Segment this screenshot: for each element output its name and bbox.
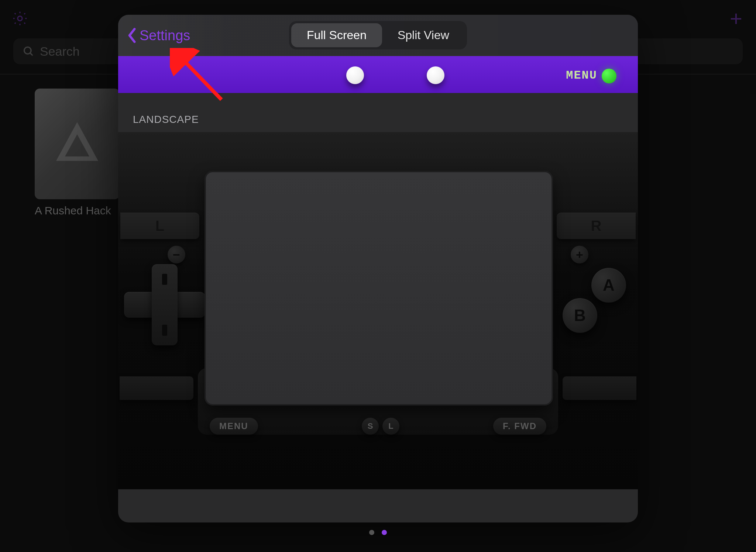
minus-button: − [168,246,185,263]
a-button: A [591,268,626,303]
settings-modal: Settings Full Screen Split View MENU LAN… [118,15,638,522]
analog-stick-left[interactable] [346,66,364,84]
view-mode-segment: Full Screen Split View [289,21,467,49]
segment-full-screen[interactable]: Full Screen [291,23,382,47]
page-indicator [0,530,756,535]
back-button[interactable]: Settings [126,15,190,56]
l-mini-button: L [382,418,399,435]
plus-button: + [571,246,588,263]
shoulder-r-button: R [557,213,636,239]
right-wing [563,376,636,400]
page-dot-active[interactable] [382,530,387,535]
shoulder-l-button: L [120,213,199,239]
menu-pill-button: MENU [210,418,258,435]
back-label: Settings [140,28,190,44]
page-dot[interactable] [369,530,374,535]
menu-toggle-label: MENU [566,69,597,82]
game-screen [205,171,553,406]
section-header-landscape: LANDSCAPE [118,114,638,132]
controller-skin-preview[interactable]: L R − + A B MENU S L F. FWD [118,132,638,489]
segment-split-view[interactable]: Split View [382,23,465,47]
d-pad [124,264,205,345]
modal-header: Settings Full Screen Split View [118,15,638,56]
fast-forward-pill-button: F. FWD [493,418,546,435]
chevron-left-icon [126,28,137,43]
b-button: B [563,298,597,333]
analog-stick-right[interactable] [427,66,444,84]
left-wing [120,376,193,400]
s-mini-button: S [362,418,379,435]
controller-top-strip: MENU [118,56,638,93]
menu-toggle-indicator[interactable] [602,69,616,83]
